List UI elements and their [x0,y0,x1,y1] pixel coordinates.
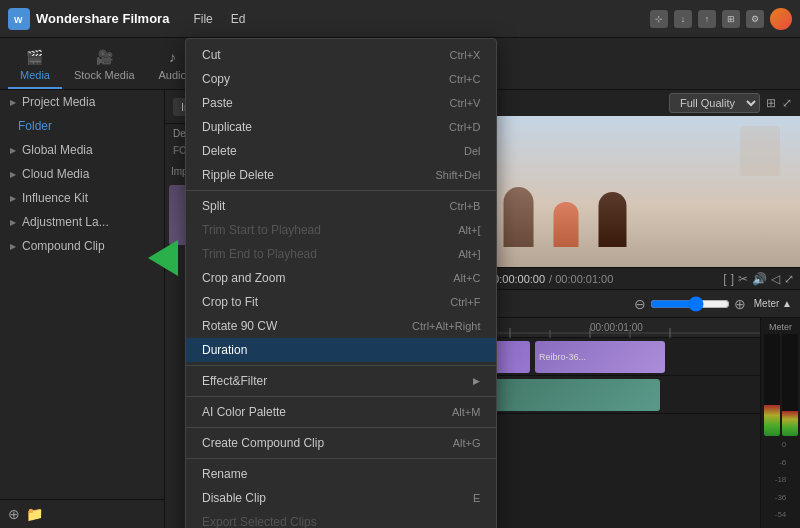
expand-arrow5: ▶ [10,218,16,227]
menu-export-selected: Export Selected Clips [186,510,496,528]
menu-cut[interactable]: Cut Ctrl+X [186,43,496,67]
topbar-menu: File Ed [185,8,253,30]
meter-bar-left [764,334,780,436]
sidebar-item-influence-kit[interactable]: ▶ Influence Kit [0,186,164,210]
menu-duration[interactable]: Duration [186,338,496,362]
expand-arrow3: ▶ [10,170,16,179]
menu-sep1 [186,190,496,191]
tab-media[interactable]: 🎬 Media [8,41,62,89]
menu-effect-filter[interactable]: Effect&Filter ▶ [186,369,496,393]
meter-title: Meter [769,322,792,332]
sidebar-item-project-media[interactable]: ▶ Project Media [0,90,164,114]
expand-arrow6: ▶ [10,242,16,251]
mark-out-icon[interactable]: ] [731,272,734,286]
video-clip-2[interactable]: Reibro-36... [535,341,665,373]
menu-create-compound[interactable]: Create Compound Clip Alt+G [186,431,496,455]
menu-sep3 [186,396,496,397]
network-icon[interactable]: ⊹ [650,10,668,28]
menu-duplicate[interactable]: Duplicate Ctrl+D [186,115,496,139]
menu-sep4 [186,427,496,428]
quality-select[interactable]: Full Quality Half Quality [669,93,760,113]
expand-arrow4: ▶ [10,194,16,203]
submenu-arrow: ▶ [473,376,480,386]
menu-crop-fit[interactable]: Crop to Fit Ctrl+F [186,290,496,314]
meter-bars [764,334,798,436]
media-icon: 🎬 [25,47,45,67]
sidebar-item-cloud-media[interactable]: ▶ Cloud Media [0,162,164,186]
topbar-right: ⊹ ↓ ↑ ⊞ ⚙ [650,8,792,30]
expand-arrow: ▶ [10,98,16,107]
audio-icon: ♪ [163,47,183,67]
menu-rename[interactable]: Rename [186,462,496,486]
zoom-in-icon[interactable]: ⊕ [734,296,746,312]
context-menu: Cut Ctrl+X Copy Ctrl+C Paste Ctrl+V Dupl… [185,38,497,528]
green-arrow [148,240,178,276]
meter-fill-left [764,405,780,436]
upload-icon[interactable]: ↑ [698,10,716,28]
menu-paste[interactable]: Paste Ctrl+V [186,91,496,115]
tab-stock-media[interactable]: 🎥 Stock Media [62,41,147,89]
clip2-label: Reibro-36... [539,352,586,362]
stock-media-icon: 🎥 [94,47,114,67]
expand-arrow2: ▶ [10,146,16,155]
add-media-icon[interactable]: ⊕ [8,506,20,522]
svg-text:W: W [14,15,23,25]
sidebar-item-adjustment-layer[interactable]: ▶ Adjustment La... [0,210,164,234]
fullscreen-icon[interactable]: ⤢ [784,272,794,286]
logo-icon: W [8,8,30,30]
grid-icon[interactable]: ⊞ [722,10,740,28]
download-icon[interactable]: ↓ [674,10,692,28]
zoom-out-icon[interactable]: ⊖ [634,296,646,312]
app-title: Wondershare Filmora [36,11,169,26]
avatar[interactable] [770,8,792,30]
time-separator: / 00:00:01:00 [549,273,613,285]
menu-disable-clip[interactable]: Disable Clip E [186,486,496,510]
menu-trim-start: Trim Start to Playhead Alt+[ [186,218,496,242]
menu-ripple-delete[interactable]: Ripple Delete Shift+Del [186,163,496,187]
menu-rotate-90[interactable]: Rotate 90 CW Ctrl+Alt+Right [186,314,496,338]
meter-panel: Meter 0-6-18-36-54 [760,318,800,528]
sidebar-item-folder[interactable]: Folder [0,114,164,138]
menu-ai-color[interactable]: AI Color Palette Alt+M [186,400,496,424]
edit-menu[interactable]: Ed [223,8,254,30]
clip-trim-icon[interactable]: ✂ [738,272,748,286]
volume-icon[interactable]: ◁ [771,272,780,286]
menu-delete[interactable]: Delete Del [186,139,496,163]
mark-in-icon[interactable]: [ [723,272,726,286]
expand-icon[interactable]: ⤢ [782,96,792,110]
menu-trim-end: Trim End to Playhead Alt+] [186,242,496,266]
left-panel: ▶ Project Media Folder ▶ Global Media ▶ … [0,90,165,528]
folder-icon[interactable]: 📁 [26,506,43,522]
zoom-slider[interactable] [650,296,730,312]
menu-sep5 [186,458,496,459]
file-menu[interactable]: File [185,8,220,30]
settings-icon[interactable]: ⚙ [746,10,764,28]
menu-sep2 [186,365,496,366]
topbar: W Wondershare Filmora File Ed ⊹ ↓ ↑ ⊞ ⚙ [0,0,800,38]
audio-icon2[interactable]: 🔊 [752,272,767,286]
sidebar-item-compound-clip[interactable]: ▶ Compound Clip [0,234,164,258]
meter-label[interactable]: Meter ▲ [754,298,792,309]
meter-bar-right [782,334,798,436]
sidebar-item-global-media[interactable]: ▶ Global Media [0,138,164,162]
menu-split[interactable]: Split Ctrl+B [186,194,496,218]
menu-copy[interactable]: Copy Ctrl+C [186,67,496,91]
menu-crop-zoom[interactable]: Crop and Zoom Alt+C [186,266,496,290]
meter-fill-right [782,411,798,437]
grid-view-icon[interactable]: ⊞ [766,96,776,110]
app-logo: W Wondershare Filmora [8,8,169,30]
meter-scale: 0-6-18-36-54 [775,436,787,524]
